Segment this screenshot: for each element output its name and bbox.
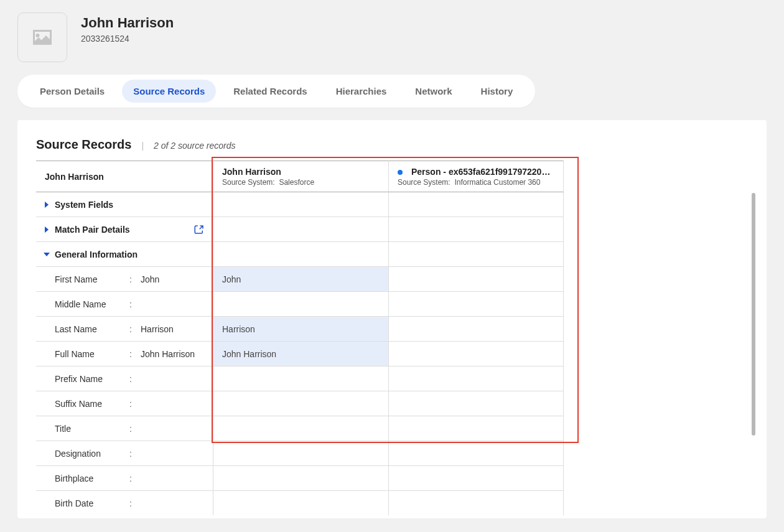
empty-cell: [388, 192, 564, 217]
field-birthplace: Birthplace :: [36, 465, 213, 490]
section-match-pair[interactable]: Match Pair Details: [36, 217, 213, 241]
tab-related-records[interactable]: Related Records: [222, 80, 318, 103]
image-placeholder-icon: [31, 28, 54, 47]
source2-prefix-name[interactable]: [388, 366, 564, 391]
source2-first-name[interactable]: [388, 266, 564, 291]
empty-cell: [213, 192, 388, 217]
col-header-source1[interactable]: John Harrison Source System: Salesforce: [213, 161, 388, 192]
source2-birth-date[interactable]: [388, 490, 564, 515]
field-full-name: Full Name : John Harrison: [36, 341, 213, 366]
header-text: John Harrison 2033261524: [81, 12, 174, 44]
tabs: Person Details Source Records Related Re…: [17, 75, 535, 108]
field-middle-name: Middle Name :: [36, 291, 213, 316]
source-records-panel: Source Records | 2 of 2 source records J…: [17, 120, 767, 518]
tab-hierarchies[interactable]: Hierarchies: [325, 80, 398, 103]
chevron-down-icon: [42, 250, 51, 259]
tab-source-records[interactable]: Source Records: [122, 80, 216, 103]
source2-middle-name[interactable]: [388, 291, 564, 316]
col-header-master: John Harrison: [36, 161, 213, 192]
source1-middle-name[interactable]: [213, 291, 388, 316]
source1-first-name[interactable]: John: [213, 266, 388, 291]
source-grid: John Harrison John Harrison Source Syste…: [36, 161, 748, 515]
source2-suffix-name[interactable]: [388, 391, 564, 416]
tab-history[interactable]: History: [470, 80, 525, 103]
avatar-placeholder: [17, 12, 67, 62]
source1-designation[interactable]: [213, 441, 388, 465]
field-designation: Designation :: [36, 441, 213, 465]
page-header: John Harrison 2033261524: [0, 0, 784, 75]
grid-wrapper: John Harrison John Harrison Source Syste…: [36, 161, 748, 515]
separator: |: [141, 141, 144, 151]
empty-cell: [388, 241, 564, 266]
field-last-name: Last Name : Harrison: [36, 316, 213, 341]
empty-cell: [388, 217, 564, 241]
chevron-right-icon: [42, 200, 51, 209]
source2-full-name[interactable]: [388, 341, 564, 366]
empty-cell: [213, 217, 388, 241]
section-general-info[interactable]: General Information: [36, 241, 213, 266]
record-count: 2 of 2 source records: [154, 141, 236, 151]
field-first-name: First Name : John: [36, 266, 213, 291]
source2-title[interactable]: [388, 416, 564, 441]
scrollbar[interactable]: [752, 193, 755, 436]
field-title: Title :: [36, 416, 213, 441]
source2-birthplace[interactable]: [388, 465, 564, 490]
source2-last-name[interactable]: [388, 316, 564, 341]
source1-prefix-name[interactable]: [213, 366, 388, 391]
field-birth-date: Birth Date :: [36, 490, 213, 515]
record-id: 2033261524: [81, 34, 174, 44]
empty-cell: [213, 241, 388, 266]
section-system-fields[interactable]: System Fields: [36, 192, 213, 217]
field-prefix-name: Prefix Name :: [36, 366, 213, 391]
source1-birth-date[interactable]: [213, 490, 388, 515]
col-header-source2[interactable]: Person - ex653fa621f991797220… Source Sy…: [388, 161, 564, 192]
source1-suffix-name[interactable]: [213, 391, 388, 416]
source1-last-name[interactable]: Harrison: [213, 316, 388, 341]
export-icon: [194, 224, 205, 235]
page-title: John Harrison: [81, 15, 174, 31]
source1-title[interactable]: [213, 416, 388, 441]
tab-network[interactable]: Network: [404, 80, 463, 103]
tab-person-details[interactable]: Person Details: [29, 80, 116, 103]
panel-title: Source Records: [36, 138, 131, 152]
panel-title-row: Source Records | 2 of 2 source records: [36, 138, 748, 152]
export-button[interactable]: [190, 221, 208, 238]
field-suffix-name: Suffix Name :: [36, 391, 213, 416]
source2-designation[interactable]: [388, 441, 564, 465]
chevron-right-icon: [42, 225, 51, 234]
source1-full-name[interactable]: John Harrison: [213, 341, 388, 366]
source1-birthplace[interactable]: [213, 465, 388, 490]
